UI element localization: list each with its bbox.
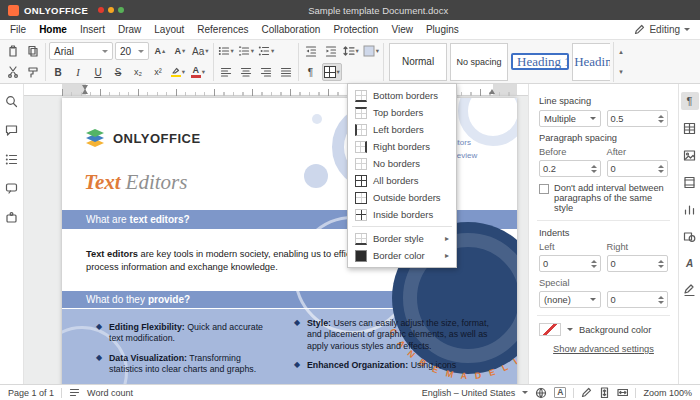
- bullet-list-button[interactable]: ▾: [217, 42, 235, 60]
- font-size-select[interactable]: 20: [115, 42, 149, 60]
- spinner-arrows[interactable]: [658, 165, 664, 173]
- copy-button[interactable]: [24, 42, 42, 60]
- align-justify-button[interactable]: [277, 63, 295, 81]
- font-color-button[interactable]: A▾: [189, 63, 207, 81]
- advanced-settings-link[interactable]: Show advanced settings: [539, 344, 668, 354]
- style-heading2[interactable]: Heading 2: [572, 43, 610, 81]
- spinner-arrows[interactable]: [658, 115, 664, 123]
- comments-icon[interactable]: [3, 121, 21, 139]
- editing-mode-button[interactable]: Editing: [634, 24, 690, 35]
- tab-insert[interactable]: Insert: [80, 24, 105, 35]
- font-name-select[interactable]: Arial: [49, 42, 113, 60]
- italic-button[interactable]: I: [69, 63, 87, 81]
- chevron-down-icon[interactable]: [567, 328, 573, 331]
- after-spinner[interactable]: 0: [607, 160, 669, 177]
- special-select[interactable]: (none): [539, 291, 601, 308]
- special-spinner[interactable]: 0: [607, 291, 669, 308]
- style-normal[interactable]: Normal: [389, 43, 447, 81]
- language-select[interactable]: English – United States: [422, 388, 516, 398]
- cut-button[interactable]: [4, 63, 22, 81]
- plugins-icon[interactable]: [3, 208, 21, 226]
- spell-check-icon[interactable]: A: [554, 387, 566, 398]
- line-spacing-spinner[interactable]: 0.5: [607, 110, 668, 127]
- copy-style-button[interactable]: [24, 63, 42, 81]
- no-interval-checkbox[interactable]: Don't add interval between paragraphs of…: [539, 183, 668, 213]
- strikethrough-button[interactable]: S: [109, 63, 127, 81]
- menu-item-left-borders[interactable]: Left borders: [348, 121, 456, 138]
- style-heading1[interactable]: Heading 1: [511, 53, 569, 70]
- align-center-button[interactable]: [237, 63, 255, 81]
- background-color-swatch[interactable]: [539, 323, 561, 336]
- paragraph-settings-icon[interactable]: ¶: [681, 92, 699, 110]
- menu-item-bottom-borders[interactable]: Bottom borders: [348, 87, 456, 104]
- image-settings-icon[interactable]: [681, 146, 699, 164]
- decrease-indent-button[interactable]: [302, 42, 320, 60]
- fit-width-icon[interactable]: [617, 387, 628, 398]
- tab-plugins[interactable]: Plugins: [426, 24, 459, 35]
- track-changes-icon[interactable]: [581, 387, 592, 398]
- align-right-button[interactable]: [257, 63, 275, 81]
- spinner-arrows[interactable]: [591, 165, 597, 173]
- spinner-arrows[interactable]: [658, 260, 664, 268]
- tab-home[interactable]: Home: [39, 24, 67, 35]
- menu-item-all-borders[interactable]: All borders: [348, 172, 456, 189]
- tab-layout[interactable]: Layout: [154, 24, 184, 35]
- change-case-button[interactable]: Aa▾: [191, 42, 210, 60]
- menu-item-top-borders[interactable]: Top borders: [348, 104, 456, 121]
- chart-settings-icon[interactable]: [681, 200, 699, 218]
- page-count[interactable]: Page 1 of 1: [8, 388, 54, 398]
- tab-draw[interactable]: Draw: [118, 24, 141, 35]
- borders-button[interactable]: ▾: [322, 63, 342, 81]
- highlight-color-button[interactable]: ▾: [169, 63, 187, 81]
- search-icon[interactable]: [3, 92, 21, 110]
- indent-right-spinner[interactable]: 0: [607, 255, 669, 272]
- decrease-font-button[interactable]: A▾: [171, 42, 189, 60]
- word-count-label[interactable]: Word count: [87, 388, 133, 398]
- menu-item-inside-borders[interactable]: Inside borders: [348, 206, 456, 223]
- nonprinting-chars-button[interactable]: ¶: [302, 63, 320, 81]
- menu-item-border-color[interactable]: Border color▸: [348, 247, 456, 264]
- menu-item-right-borders[interactable]: Right borders: [348, 138, 456, 155]
- before-spinner[interactable]: 0.2: [539, 160, 601, 177]
- tab-file[interactable]: File: [10, 24, 26, 35]
- superscript-button[interactable]: x²: [149, 63, 167, 81]
- signature-settings-icon[interactable]: [681, 281, 699, 299]
- numbered-list-button[interactable]: ▾: [237, 42, 255, 60]
- header-footer-settings-icon[interactable]: [681, 173, 699, 191]
- set-language-globe-icon[interactable]: [535, 387, 547, 399]
- menu-item-border-style[interactable]: Border style▸: [348, 230, 456, 247]
- increase-indent-button[interactable]: [322, 42, 340, 60]
- left-indent-marker[interactable]: [82, 89, 88, 94]
- indent-left-spinner[interactable]: 0: [539, 255, 601, 272]
- table-settings-icon[interactable]: [681, 119, 699, 137]
- menu-item-no-borders[interactable]: No borders: [348, 155, 456, 172]
- align-left-button[interactable]: [217, 63, 235, 81]
- menu-item-outside-borders[interactable]: Outside borders: [348, 189, 456, 206]
- bold-button[interactable]: B: [49, 63, 67, 81]
- zoom-control[interactable]: Zoom 100%: [643, 388, 692, 398]
- spinner-arrows[interactable]: [658, 296, 664, 304]
- shape-settings-icon[interactable]: [681, 227, 699, 245]
- paste-button[interactable]: [4, 42, 22, 60]
- paragraph-shading-button[interactable]: ▾: [362, 42, 380, 60]
- underline-button[interactable]: U: [89, 63, 107, 81]
- style-no-spacing[interactable]: No spacing: [450, 43, 508, 81]
- tab-collaboration[interactable]: Collaboration: [261, 24, 320, 35]
- tab-references[interactable]: References: [197, 24, 248, 35]
- checkbox-icon[interactable]: [539, 184, 549, 194]
- line-spacing-select[interactable]: Multiple: [539, 110, 601, 127]
- tab-view[interactable]: View: [391, 24, 413, 35]
- right-indent-marker[interactable]: [489, 89, 495, 94]
- increase-font-button[interactable]: A▴: [151, 42, 169, 60]
- navigation-icon[interactable]: [3, 150, 21, 168]
- subscript-button[interactable]: x₂: [129, 63, 147, 81]
- line-spacing-button[interactable]: ▾: [342, 42, 360, 60]
- gallery-up-icon[interactable]: ▴: [619, 48, 623, 56]
- fit-page-icon[interactable]: [599, 387, 610, 398]
- chat-icon[interactable]: [3, 179, 21, 197]
- gallery-down-icon[interactable]: ▾: [619, 68, 623, 76]
- spinner-arrows[interactable]: [591, 260, 597, 268]
- tab-protection[interactable]: Protection: [333, 24, 378, 35]
- textart-settings-icon[interactable]: A: [681, 254, 699, 272]
- multilevel-list-button[interactable]: ▾: [257, 42, 275, 60]
